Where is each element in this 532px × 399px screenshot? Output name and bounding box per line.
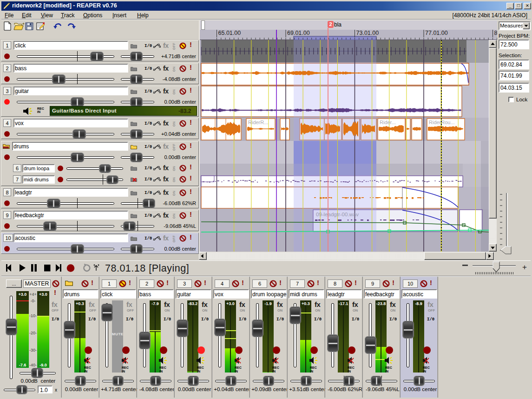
svg-text:RiderR...: RiderR... — [248, 120, 268, 125]
svg-text:73.01.00: 73.01.00 — [356, 30, 379, 36]
svg-text:77.01.00: 77.01.00 — [425, 30, 448, 36]
svg-text:65.01.00: 65.01.00 — [218, 30, 241, 36]
svg-text:09-leadgtr-00.wav: 09-leadgtr-00.wav — [316, 212, 359, 217]
svg-text:Rider...: Rider... — [380, 120, 396, 125]
svg-text:69.01.00: 69.01.00 — [287, 30, 310, 36]
